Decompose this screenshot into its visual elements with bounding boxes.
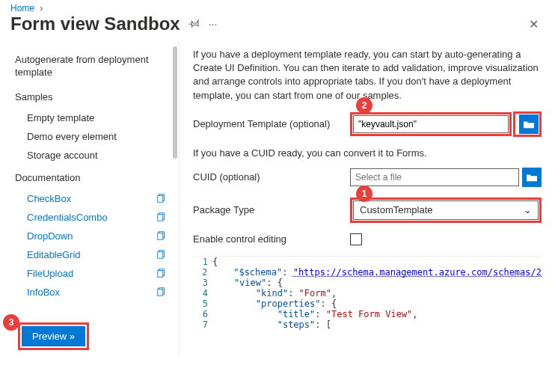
preview-wrap: Preview » bbox=[18, 322, 89, 350]
sidebar-item-credentials[interactable]: CredentialsCombo bbox=[9, 208, 179, 227]
enable-editing-checkbox[interactable] bbox=[350, 233, 362, 245]
sidebar-item-fileupload[interactable]: FileUpload bbox=[9, 264, 179, 283]
copy-icon[interactable] bbox=[156, 193, 167, 203]
sidebar-item-infobox[interactable]: InfoBox bbox=[9, 283, 179, 301]
breadcrumb: Home › bbox=[0, 0, 555, 13]
more-icon[interactable]: ··· bbox=[209, 18, 218, 30]
chevron-right-icon: › bbox=[40, 3, 43, 13]
main-panel: If you have a deployment template ready,… bbox=[180, 42, 555, 356]
callout-3: 3 bbox=[3, 314, 19, 331]
svg-rect-3 bbox=[158, 215, 163, 221]
close-icon[interactable]: ✕ bbox=[523, 14, 545, 34]
sidebar-item-editablegrid[interactable]: EditableGrid bbox=[9, 245, 179, 264]
sidebar-head-samples[interactable]: Samples bbox=[9, 87, 179, 108]
deployment-template-input[interactable] bbox=[353, 115, 509, 133]
deployment-template-browse-button[interactable] bbox=[519, 114, 539, 134]
copy-icon[interactable] bbox=[156, 230, 167, 241]
callout-2: 2 bbox=[356, 97, 372, 114]
sidebar-item-dropdown[interactable]: DropDown bbox=[9, 227, 179, 245]
callout-1: 1 bbox=[356, 186, 372, 202]
folder-icon bbox=[527, 173, 537, 182]
scrollbar[interactable] bbox=[173, 46, 177, 159]
sidebar-item-autogen[interactable]: Autogenerate from deployment template bbox=[9, 49, 179, 84]
copy-icon[interactable] bbox=[156, 287, 167, 297]
cuid-label: CUID (optional) bbox=[193, 171, 350, 183]
code-editor[interactable]: 1{ 2 "$schema": "https://schema.manageme… bbox=[193, 256, 542, 330]
copy-icon[interactable] bbox=[156, 249, 167, 260]
sidebar-item-demo-every[interactable]: Demo every element bbox=[9, 127, 179, 146]
sidebar-item-storage[interactable]: Storage account bbox=[9, 146, 179, 165]
folder-icon bbox=[524, 120, 534, 129]
cuid-input[interactable] bbox=[350, 168, 519, 186]
svg-rect-7 bbox=[158, 252, 163, 259]
intro-text: If you have a deployment template ready,… bbox=[193, 48, 542, 102]
copy-icon[interactable] bbox=[156, 212, 167, 222]
svg-rect-9 bbox=[158, 271, 163, 278]
enable-editing-label: Enable control editing bbox=[193, 233, 350, 245]
title-bar: Form view Sandbox ··· ✕ bbox=[0, 13, 555, 42]
page-title: Form view Sandbox bbox=[10, 13, 180, 34]
svg-rect-1 bbox=[158, 196, 163, 203]
sidebar-item-empty-template[interactable]: Empty template bbox=[9, 108, 179, 127]
breadcrumb-home[interactable]: Home bbox=[10, 3, 34, 13]
package-type-select[interactable]: CustomTemplate ⌄ bbox=[353, 200, 539, 220]
package-type-label: Package Type bbox=[193, 204, 350, 215]
pin-icon[interactable] bbox=[189, 18, 200, 31]
copy-icon[interactable] bbox=[156, 268, 167, 278]
sidebar: Autogenerate from deployment template Sa… bbox=[0, 42, 180, 356]
preview-button[interactable]: Preview » bbox=[22, 326, 85, 346]
cuid-browse-button[interactable] bbox=[522, 168, 542, 187]
chevron-down-icon: ⌄ bbox=[524, 204, 532, 215]
svg-rect-5 bbox=[158, 233, 163, 240]
cuid-note: If you have a CUID ready, you can conver… bbox=[193, 147, 542, 159]
deployment-template-label: Deployment Template (optional) bbox=[193, 118, 350, 129]
svg-rect-11 bbox=[158, 290, 163, 296]
sidebar-item-checkbox[interactable]: CheckBox bbox=[9, 189, 179, 208]
sidebar-head-docs[interactable]: Documentation bbox=[9, 168, 179, 189]
